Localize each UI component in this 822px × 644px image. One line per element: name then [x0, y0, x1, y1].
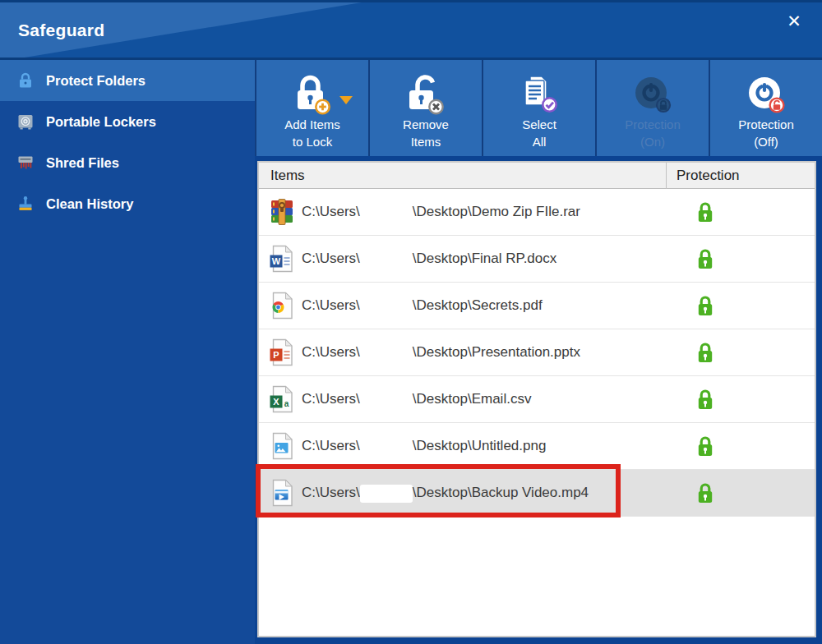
button-label: (Off) [754, 133, 778, 150]
app-title: Safeguard [18, 21, 104, 40]
file-path: C:\Users\\Desktop\Demo Zip FIle.rar [302, 189, 580, 235]
select-all-icon [518, 67, 561, 116]
file-path: C:\Users\\Desktop\Final RP.docx [302, 236, 556, 282]
file-path: C:\Users\\Desktop\Presentation.pptx [302, 329, 580, 375]
brush-icon [17, 196, 35, 212]
add-items-lock-icon [291, 67, 334, 116]
file-path: C:\Users\\Desktop\Untitled.png [302, 423, 546, 469]
redacted-username [360, 251, 413, 269]
column-header-items: Items [270, 163, 305, 189]
table-row[interactable]: P C:\Users\\Desktop\Presentation.pptx [259, 329, 815, 376]
table-row[interactable]: C:\Users\\Desktop\Demo Zip FIle.rar [259, 189, 815, 236]
redacted-username [360, 485, 413, 503]
svg-text:P: P [273, 350, 279, 360]
button-label: Add Items [284, 116, 340, 133]
file-path: C:\Users\\Desktop\Secrets.pdf [302, 283, 543, 329]
sidebar: Protect Folders Portable Lockers [0, 60, 255, 644]
button-label: Protection [738, 116, 794, 133]
table-header: Items Protection [259, 163, 815, 189]
shredder-icon [17, 154, 35, 171]
image-file-icon [270, 432, 294, 460]
excel-file-icon: a X [270, 385, 294, 413]
table-row[interactable]: C:\Users\\Desktop\Secrets.pdf [259, 283, 815, 329]
table-row-selected[interactable]: C:\Users\\Desktop\Backup Video.mp4 [259, 470, 815, 517]
dropdown-arrow-icon[interactable] [339, 96, 353, 104]
locked-icon [696, 341, 714, 364]
locked-icon [696, 247, 714, 270]
button-label: Select [522, 116, 556, 133]
protection-on-icon [631, 67, 674, 116]
svg-text:W: W [272, 256, 281, 266]
button-label: Items [411, 133, 441, 150]
sidebar-item-portable-lockers[interactable]: Portable Lockers [0, 101, 255, 142]
redacted-username [360, 344, 413, 362]
svg-text:a: a [284, 399, 289, 408]
sidebar-item-protect-folders[interactable]: Protect Folders [0, 60, 255, 101]
select-all-button[interactable]: Select All [483, 60, 595, 156]
locked-icon [696, 435, 714, 458]
powerpoint-file-icon: P [270, 338, 294, 366]
safe-icon [17, 113, 35, 130]
svg-text:X: X [273, 397, 279, 407]
remove-items-button[interactable]: Remove Items [370, 60, 482, 156]
sidebar-item-label: Clean History [46, 196, 133, 212]
redacted-username [360, 297, 413, 315]
file-path: C:\Users\\Desktop\Email.csv [302, 376, 531, 422]
locked-icon [696, 481, 714, 504]
locked-icon [696, 294, 714, 317]
sidebar-item-shred-files[interactable]: Shred Files [0, 142, 255, 183]
sidebar-item-label: Portable Lockers [46, 114, 156, 130]
locked-icon [696, 200, 714, 223]
rar-file-icon [270, 198, 294, 226]
close-icon[interactable]: ✕ [779, 9, 809, 34]
sidebar-item-clean-history[interactable]: Clean History [0, 183, 255, 224]
button-label: (On) [640, 133, 665, 150]
column-divider [666, 163, 667, 189]
button-label: Protection [625, 116, 681, 133]
protection-off-icon [745, 67, 787, 116]
protection-off-button[interactable]: Protection (Off) [710, 60, 822, 156]
sidebar-item-label: Protect Folders [46, 73, 145, 89]
video-file-icon [270, 479, 294, 507]
button-label: Remove [403, 116, 449, 133]
table-row[interactable]: a X C:\Users\\Desktop\Email.csv [259, 376, 815, 423]
title-bar: Safeguard ✕ [0, 0, 822, 58]
protection-on-button: Protection (On) [597, 60, 709, 156]
redacted-username [360, 204, 413, 222]
column-header-protection: Protection [677, 163, 740, 189]
table-row[interactable]: W C:\Users\\Desktop\Final RP.docx [259, 236, 815, 283]
word-file-icon: W [270, 245, 294, 273]
lock-icon [17, 72, 35, 89]
items-table: Items Protection C:\Users\\Desktop\Demo … [257, 161, 816, 637]
pdf-file-icon [270, 292, 294, 320]
redacted-username [360, 438, 413, 456]
add-items-to-lock-button[interactable]: Add Items to Lock [256, 60, 368, 156]
file-path: C:\Users\\Desktop\Backup Video.mp4 [302, 470, 589, 516]
locked-icon [696, 388, 714, 411]
sidebar-item-label: Shred Files [46, 155, 119, 171]
redacted-username [360, 391, 413, 409]
toolbar: Add Items to Lock Remove Items [255, 60, 822, 156]
button-label: to Lock [293, 133, 332, 150]
remove-items-icon [404, 67, 447, 116]
button-label: All [533, 133, 547, 150]
table-row[interactable]: C:\Users\\Desktop\Untitled.png [259, 423, 815, 470]
